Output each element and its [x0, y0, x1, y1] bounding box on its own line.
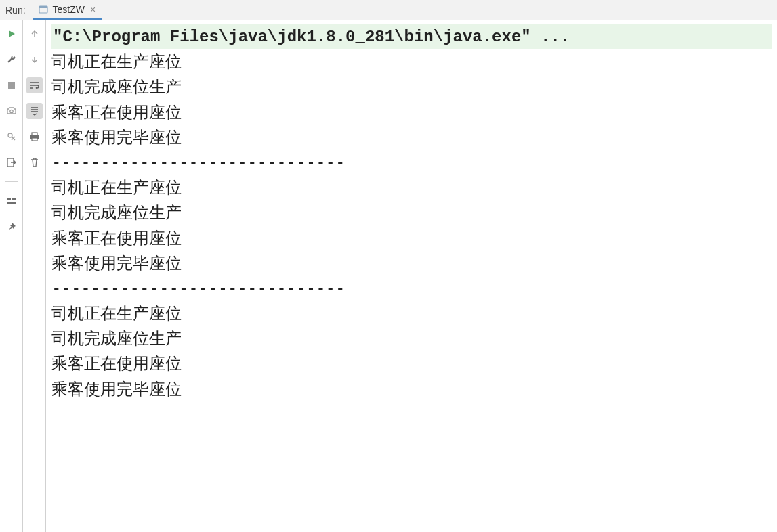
- run-panel-header: Run: TestZW ×: [0, 0, 777, 20]
- svg-rect-8: [7, 202, 16, 204]
- console-line: 司机正在生产座位: [51, 301, 772, 326]
- run-tab-label: TestZW: [53, 4, 85, 15]
- svg-rect-1: [39, 6, 47, 8]
- exit-icon[interactable]: [3, 154, 20, 171]
- console-toolbar: [23, 20, 46, 532]
- svg-rect-2: [8, 82, 15, 89]
- trash-icon[interactable]: [26, 154, 43, 171]
- up-arrow-icon[interactable]: [26, 26, 43, 42]
- console-line: ------------------------------: [51, 276, 772, 301]
- console-line: 乘客使用完毕座位: [51, 377, 772, 402]
- svg-rect-6: [7, 198, 11, 200]
- wrench-icon[interactable]: [3, 51, 20, 68]
- disconnect-icon[interactable]: [3, 129, 20, 145]
- svg-rect-9: [32, 133, 37, 135]
- run-button[interactable]: [3, 26, 20, 42]
- scroll-to-end-icon[interactable]: [26, 103, 43, 119]
- console-line: 司机完成座位生产: [51, 200, 772, 225]
- console-line: 乘客正在使用座位: [51, 351, 772, 376]
- console-line: 司机完成座位生产: [51, 326, 772, 351]
- stop-button[interactable]: [3, 77, 20, 93]
- pin-icon[interactable]: [3, 219, 20, 235]
- console-line: 乘客正在使用座位: [51, 226, 772, 251]
- camera-icon[interactable]: [3, 103, 20, 119]
- console-output[interactable]: "C:\Program Files\java\jdk1.8.0_281\bin\…: [46, 20, 777, 532]
- console-line: 乘客使用完毕座位: [51, 251, 772, 276]
- left-toolbar: [0, 20, 23, 532]
- console-line: 司机正在生产座位: [51, 175, 772, 200]
- svg-rect-11: [32, 138, 37, 141]
- run-tab[interactable]: TestZW ×: [33, 0, 103, 20]
- soft-wrap-icon[interactable]: [26, 77, 43, 93]
- svg-point-3: [9, 110, 12, 112]
- console-line: ------------------------------: [51, 150, 772, 175]
- close-tab-icon[interactable]: ×: [89, 4, 97, 15]
- run-panel-label: Run:: [0, 5, 33, 16]
- print-icon[interactable]: [26, 129, 43, 145]
- toolbar-divider: [5, 181, 18, 182]
- application-icon: [38, 4, 49, 15]
- down-arrow-icon[interactable]: [26, 51, 43, 68]
- console-line: 司机完成座位生产: [51, 74, 772, 99]
- console-command-line: "C:\Program Files\java\jdk1.8.0_281\bin\…: [51, 24, 772, 49]
- console-line: 乘客使用完毕座位: [51, 125, 772, 150]
- svg-rect-7: [12, 198, 16, 200]
- console-line: 乘客正在使用座位: [51, 100, 772, 125]
- console-line: 司机正在生产座位: [51, 49, 772, 74]
- layout-icon[interactable]: [3, 193, 20, 209]
